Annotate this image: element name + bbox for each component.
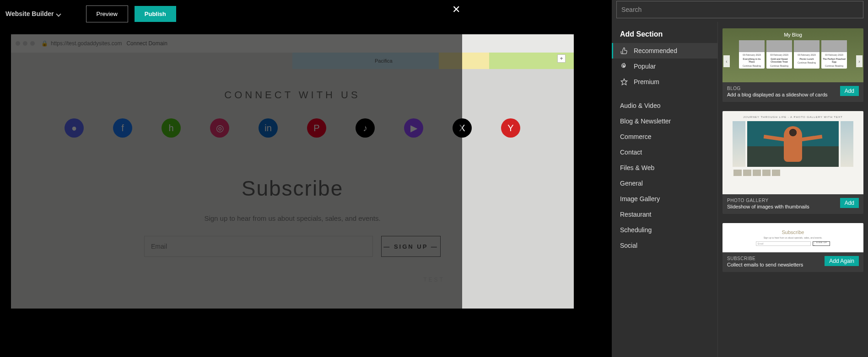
section-card-subscribe: Subscribe Sign up to hear from us about … <box>722 223 863 272</box>
blog-mini-card: 03 February 2023Gold and Sweet Chocolate… <box>766 40 792 69</box>
close-icon[interactable]: ✕ <box>452 4 460 16</box>
blog-title: My Blog <box>784 32 802 37</box>
next-arrow-icon[interactable]: › <box>856 55 863 67</box>
sub-title: Subscribe <box>782 229 804 235</box>
nav-popular[interactable]: Popular <box>612 59 717 74</box>
publish-button[interactable]: Publish <box>135 6 176 22</box>
nav-label: Recommended <box>634 47 677 54</box>
card-description: Add a blog displayed as a slideshow of c… <box>727 92 828 97</box>
nav-label: Popular <box>634 63 656 70</box>
search-input[interactable] <box>616 1 863 18</box>
nav-category[interactable]: Contact <box>612 144 717 160</box>
nav-premium[interactable]: Premium <box>612 74 717 90</box>
prev-arrow-icon[interactable]: ‹ <box>723 55 730 67</box>
social-yelp-icon[interactable]: Y <box>501 118 520 138</box>
preview-button[interactable]: Preview <box>86 5 128 22</box>
nav-category[interactable]: Image Gallery <box>612 191 717 207</box>
blog-mini-card: 03 February 2023Picnic LunchContinue Rea… <box>794 40 819 69</box>
sub-caption: Sign up to hear from us about specials, … <box>764 236 822 239</box>
blog-mini-card: 03 February 2023The Perfect Poached EggC… <box>821 40 847 69</box>
gallery-title: JOURNEY THROUGH LIFE - A PHOTO GALLERY W… <box>743 116 842 118</box>
thumbs-up-icon <box>620 47 628 55</box>
app-title[interactable]: Website Builder <box>5 10 60 17</box>
flame-icon <box>620 62 628 70</box>
nav-category[interactable]: General <box>612 176 717 191</box>
add-button[interactable]: Add <box>840 198 859 208</box>
svg-marker-0 <box>621 79 627 85</box>
panel-title: Add Section <box>612 22 717 43</box>
nav-category[interactable]: Blog & Newsletter <box>612 113 717 129</box>
section-card-blog: ‹ › My Blog 03 February 2023Everything i… <box>722 28 863 102</box>
nav-category[interactable]: Audio & Video <box>612 98 717 113</box>
card-description: Slideshow of images with thumbnails <box>727 204 809 209</box>
card-category: SUBSCRIBE <box>727 256 803 261</box>
card-description: Collect emails to send newsletters <box>727 262 803 267</box>
card-category: BLOG <box>727 86 828 91</box>
nav-label: Premium <box>634 78 659 85</box>
card-category: PHOTO GALLERY <box>727 198 809 203</box>
nav-category[interactable]: Scheduling <box>612 222 717 238</box>
nav-category[interactable]: Restaurant <box>612 207 717 222</box>
nav-category[interactable]: Social <box>612 238 717 253</box>
map-zoom-in[interactable]: + <box>557 54 566 63</box>
nav-category[interactable]: Commerce <box>612 129 717 144</box>
nav-category[interactable]: Files & Web <box>612 160 717 176</box>
star-icon <box>620 78 628 86</box>
blog-mini-card: 03 February 2023Everything in its PlaceC… <box>739 40 765 69</box>
add-button[interactable]: Add <box>840 86 859 96</box>
add-section-panel: Add Section Recommended Popular Premium <box>612 0 868 357</box>
section-card-gallery: JOURNEY THROUGH LIFE - A PHOTO GALLERY W… <box>722 111 863 214</box>
nav-recommended[interactable]: Recommended <box>612 43 717 59</box>
chevron-down-icon <box>56 11 61 16</box>
add-again-button[interactable]: Add Again <box>825 256 859 266</box>
